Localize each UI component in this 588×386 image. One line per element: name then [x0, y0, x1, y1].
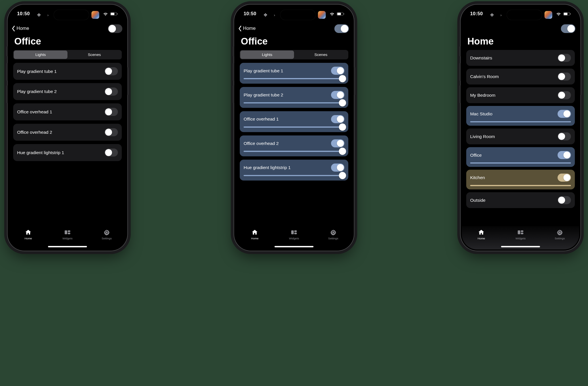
light-toggle[interactable] [331, 67, 345, 75]
light-row[interactable]: Hue gradient lightstrip 1 [240, 160, 348, 181]
room-row[interactable]: Calvin’s Room [466, 69, 575, 84]
home-master-toggle[interactable] [561, 24, 575, 33]
live-activity-icon: ❖ [262, 11, 269, 18]
segmented-control[interactable]: Lights Scenes [240, 50, 348, 59]
rooms-list: Downstairs Calvin’s Room My Bedroom Mac … [462, 50, 579, 226]
light-label: Play gradient tube 1 [243, 68, 283, 73]
brightness-slider[interactable] [470, 185, 571, 186]
tab-scenes[interactable]: Scenes [294, 51, 348, 59]
back-label: Home [16, 26, 29, 31]
chevron-right-icon: › [498, 11, 504, 18]
room-row[interactable]: Outside [466, 192, 575, 208]
light-toggle[interactable] [331, 164, 345, 172]
home-icon [478, 229, 485, 236]
brightness-slider[interactable] [243, 127, 344, 128]
status-time: 10:50 [17, 11, 30, 16]
light-row[interactable]: Play gradient tube 1 [13, 63, 122, 80]
back-button[interactable]: Home [238, 26, 256, 32]
light-label: Play gradient tube 2 [17, 89, 57, 94]
brightness-slider[interactable] [470, 121, 571, 122]
home-icon [25, 229, 32, 236]
svg-rect-12 [294, 232, 297, 234]
tab-home[interactable]: Home [235, 226, 274, 249]
wifi-icon [103, 12, 108, 16]
room-label: Mac Studio [470, 111, 492, 116]
light-toggle[interactable] [105, 67, 118, 75]
light-toggle[interactable] [331, 139, 345, 147]
widgets-icon [517, 229, 524, 236]
room-toggle[interactable] [558, 196, 571, 204]
wifi-icon [329, 12, 334, 16]
status-bar: 10:50 ❖ › [462, 6, 579, 22]
tab-scenes[interactable]: Scenes [67, 51, 121, 59]
light-toggle[interactable] [105, 148, 118, 156]
nav-bar [462, 22, 579, 34]
svg-rect-2 [117, 13, 118, 15]
chevron-left-icon [238, 26, 242, 32]
dynamic-island [280, 9, 316, 20]
svg-rect-11 [294, 230, 297, 232]
light-label: Hue gradient lightstrip 1 [17, 150, 64, 155]
light-toggle[interactable] [331, 115, 345, 123]
room-toggle[interactable] [558, 73, 571, 81]
light-toggle[interactable] [105, 88, 118, 96]
svg-rect-18 [521, 230, 523, 232]
tab-home[interactable]: Home [462, 226, 501, 249]
segmented-control[interactable]: Lights Scenes [13, 50, 122, 59]
light-toggle[interactable] [331, 91, 345, 99]
svg-rect-4 [68, 230, 70, 232]
brightness-slider[interactable] [470, 162, 571, 164]
light-row[interactable]: Office overhead 1 [13, 103, 122, 120]
light-row[interactable]: Office overhead 2 [13, 124, 122, 141]
light-toggle[interactable] [105, 128, 118, 136]
tab-home[interactable]: Home [9, 226, 48, 249]
svg-rect-3 [65, 230, 67, 234]
svg-rect-19 [521, 232, 523, 234]
brightness-slider[interactable] [243, 175, 344, 176]
svg-rect-15 [564, 13, 568, 15]
room-row[interactable]: Office [466, 147, 575, 167]
room-toggle[interactable] [558, 110, 571, 118]
light-toggle[interactable] [105, 108, 118, 116]
tab-settings[interactable]: Settings [540, 226, 579, 249]
lights-list: Play gradient tube 1 Play gradient tube … [9, 63, 126, 226]
light-row[interactable]: Office overhead 2 [240, 135, 348, 156]
room-row[interactable]: Living Room [466, 129, 575, 144]
svg-rect-1 [111, 13, 115, 15]
room-row[interactable]: Kitchen [466, 170, 575, 189]
light-row[interactable]: Hue gradient lightstrip 1 [13, 144, 122, 161]
tab-bar: Home Widgets Settings [235, 226, 353, 249]
room-toggle[interactable] [558, 91, 571, 99]
svg-point-6 [106, 231, 107, 233]
now-playing-icon [544, 11, 552, 19]
room-toggle[interactable] [558, 174, 571, 182]
home-indicator [274, 246, 314, 247]
gear-icon [330, 229, 337, 236]
room-toggle[interactable] [558, 151, 571, 159]
tab-lights[interactable]: Lights [240, 51, 294, 59]
light-label: Play gradient tube 1 [17, 69, 57, 74]
svg-rect-5 [68, 232, 70, 234]
room-toggle[interactable] [558, 132, 571, 140]
room-row[interactable]: My Bedroom [466, 87, 575, 103]
light-row[interactable]: Office overhead 1 [240, 111, 348, 132]
room-label: Outside [470, 198, 485, 203]
nav-bar: Home [235, 22, 353, 34]
tab-lights[interactable]: Lights [14, 51, 67, 59]
light-row[interactable]: Play gradient tube 2 [13, 83, 122, 100]
brightness-slider[interactable] [243, 102, 344, 103]
room-row[interactable]: Mac Studio [466, 106, 575, 126]
brightness-slider[interactable] [243, 151, 344, 152]
tab-settings[interactable]: Settings [314, 226, 353, 249]
tab-settings[interactable]: Settings [87, 226, 126, 249]
room-toggle[interactable] [558, 54, 571, 62]
brightness-slider[interactable] [243, 78, 344, 79]
room-label: Office [470, 153, 481, 158]
room-row[interactable]: Downstairs [466, 50, 575, 66]
room-master-toggle[interactable] [334, 24, 349, 33]
light-row[interactable]: Play gradient tube 2 [240, 87, 348, 108]
room-master-toggle[interactable] [108, 24, 122, 33]
light-row[interactable]: Play gradient tube 1 [240, 63, 348, 84]
gear-icon [556, 229, 563, 236]
back-button[interactable]: Home [11, 26, 29, 32]
